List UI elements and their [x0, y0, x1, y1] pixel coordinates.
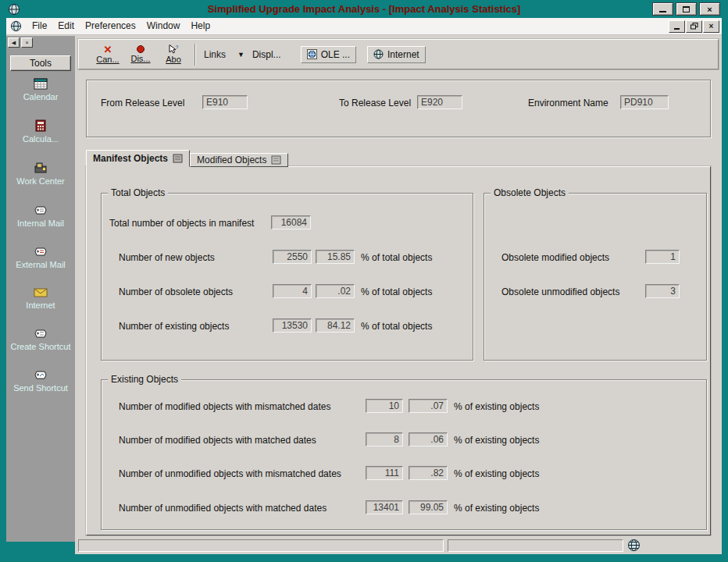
modified-mismatched-field: 10	[366, 399, 403, 413]
titlebar: Simplified Upgrade Impact Analysis - [Im…	[0, 0, 728, 18]
modified-mismatched-pct-field: .07	[409, 399, 448, 413]
pct-suffix: % of existing objects	[454, 468, 539, 479]
sidebar-collapse-button[interactable]: ◀	[8, 37, 20, 48]
client-area: File Edit Preferences Window Help × ◀ × …	[6, 18, 722, 554]
app-window: { "window": { "title": "Simplified Upgra…	[0, 0, 728, 562]
tab-strip: Manifest Objects Modified Objects	[86, 150, 288, 167]
stat-row-obsolete-unmodified: Obsolete unmodified objects 3	[484, 284, 706, 300]
about-label: Abo	[166, 55, 181, 64]
menubar: File Edit Preferences Window Help ×	[6, 18, 722, 35]
environment-name-field[interactable]: PD910	[620, 95, 669, 109]
total-objects-title: Total Objects	[108, 187, 168, 198]
tab-modified-objects[interactable]: Modified Objects	[190, 153, 288, 167]
sidebar-item-label: Calendar	[9, 92, 72, 102]
window-controls: ×	[652, 2, 720, 16]
ole-label: OLE ...	[321, 49, 350, 60]
unmodified-matched-pct-field: 99.05	[409, 500, 448, 514]
stat-label: Number of unmodified objects with matche…	[119, 503, 327, 514]
stat-row-obsolete-objects: Number of obsolete objects 4 .02 % of to…	[102, 284, 473, 300]
stat-label: Total number of objects in manifest	[109, 218, 254, 229]
pct-suffix: % of total objects	[361, 321, 432, 332]
internet-label: Internet	[387, 49, 419, 60]
sidebar-item-internet[interactable]: Internet	[9, 287, 72, 311]
mdi-restore-icon	[691, 23, 698, 30]
environment-name-label: Environment Name	[528, 98, 608, 108]
sidebar-item-calendar[interactable]: Calendar	[9, 77, 72, 102]
mdi-minimize-button[interactable]	[669, 20, 685, 33]
cancel-button[interactable]: ✕ Can...	[91, 41, 124, 68]
close-button[interactable]: ×	[699, 2, 720, 16]
mdi-minimize-icon	[674, 28, 680, 30]
menu-preferences[interactable]: Preferences	[80, 19, 141, 34]
stat-label: Number of modified objects with mismatch…	[119, 401, 330, 412]
unmodified-matched-field: 13401	[366, 500, 403, 514]
tab-manifest-objects[interactable]: Manifest Objects	[86, 150, 190, 167]
stat-row-unmodified-mismatched: Number of unmodified objects with mismat…	[102, 466, 706, 482]
stat-label: Number of existing objects	[119, 321, 229, 332]
sidebar-item-create-shortcut[interactable]: Create Shortcut	[9, 328, 72, 352]
about-pointer-icon: ?	[169, 44, 179, 54]
sidebar-item-external-mail[interactable]: External Mail	[9, 246, 72, 270]
work-center-icon	[34, 162, 48, 174]
menu-edit[interactable]: Edit	[52, 19, 80, 34]
about-button[interactable]: ? Abo	[157, 41, 190, 68]
maximize-icon	[683, 6, 690, 12]
stat-label: Number of obsolete objects	[119, 286, 233, 297]
sidebar-item-internal-mail[interactable]: Internal Mail	[9, 205, 72, 229]
form-toolbar: ✕ Can... Dis... ? Abo Links ▼	[78, 39, 719, 69]
sidebar-item-send-shortcut[interactable]: Send Shortcut	[9, 369, 72, 393]
tools-tab-button[interactable]: Tools	[10, 55, 71, 71]
sidebar-dockbar: ◀ ×	[6, 36, 75, 48]
obsolete-objects-field: 4	[273, 284, 312, 298]
send-shortcut-icon	[34, 369, 48, 381]
sidebar-item-label: External Mail	[9, 260, 72, 270]
pct-suffix: % of total objects	[361, 252, 432, 263]
unmodified-mismatched-pct-field: .82	[409, 466, 448, 480]
chevron-down-icon: ▼	[237, 51, 244, 59]
existing-objects-group: Existing Objects Number of modified obje…	[101, 379, 707, 530]
window-title: Simplified Upgrade Impact Analysis - [Im…	[0, 3, 728, 15]
tab-label: Manifest Objects	[93, 153, 168, 164]
unmodified-mismatched-field: 111	[366, 466, 403, 480]
manifest-objects-panel: Total Objects Total number of objects in…	[86, 166, 711, 535]
sidebar-item-calculator[interactable]: Calcula...	[9, 119, 72, 144]
menu-file[interactable]: File	[27, 19, 52, 34]
displays-dropdown[interactable]: ▼ Displ...	[232, 47, 287, 62]
menu-help[interactable]: Help	[185, 19, 216, 34]
sidebar-item-list: Calendar Calcula...	[6, 77, 75, 394]
external-mail-icon	[34, 246, 48, 258]
modified-matched-field: 8	[366, 432, 403, 446]
from-release-field[interactable]: E910	[202, 95, 248, 109]
new-objects-pct-field: 15.85	[316, 250, 355, 264]
sidebar-item-label: Work Center	[9, 176, 72, 187]
stat-label: Obsolete modified objects	[501, 252, 609, 263]
minimize-button[interactable]	[652, 2, 673, 16]
status-info-panel	[448, 539, 623, 552]
form-content: ✕ Can... Dis... ? Abo Links ▼	[75, 36, 722, 554]
tab-form-icon	[271, 155, 281, 165]
tools-sidebar: ◀ × Tools Calendar	[6, 36, 75, 542]
obsolete-objects-title: Obsolete Objects	[491, 187, 569, 198]
internet-icon	[34, 287, 48, 298]
menu-window[interactable]: Window	[141, 19, 186, 34]
status-message-panel	[78, 539, 444, 552]
ole-button[interactable]: OLE ...	[301, 46, 356, 63]
create-shortcut-icon	[34, 328, 48, 340]
stat-label: Number of new objects	[119, 252, 215, 263]
obsolete-objects-group: Obsolete Objects Obsolete modified objec…	[484, 193, 707, 361]
mdi-close-button[interactable]: ×	[703, 20, 719, 33]
total-objects-group: Total Objects Total number of objects in…	[101, 193, 473, 361]
mdi-window-controls: ×	[668, 20, 720, 34]
collapse-icon: ◀	[12, 40, 16, 46]
to-release-field[interactable]: E920	[417, 95, 462, 109]
stat-row-obsolete-modified: Obsolete modified objects 1	[484, 250, 706, 265]
close-icon: ×	[707, 5, 712, 14]
mdi-restore-button[interactable]	[686, 20, 702, 33]
sidebar-close-button[interactable]: ×	[21, 37, 33, 48]
ole-icon	[307, 49, 317, 59]
tab-label: Modified Objects	[197, 155, 266, 165]
sidebar-item-work-center[interactable]: Work Center	[9, 162, 72, 187]
internet-button[interactable]: Internet	[367, 46, 426, 63]
maximize-button[interactable]	[676, 2, 697, 16]
display-errors-button[interactable]: Dis...	[124, 41, 157, 68]
